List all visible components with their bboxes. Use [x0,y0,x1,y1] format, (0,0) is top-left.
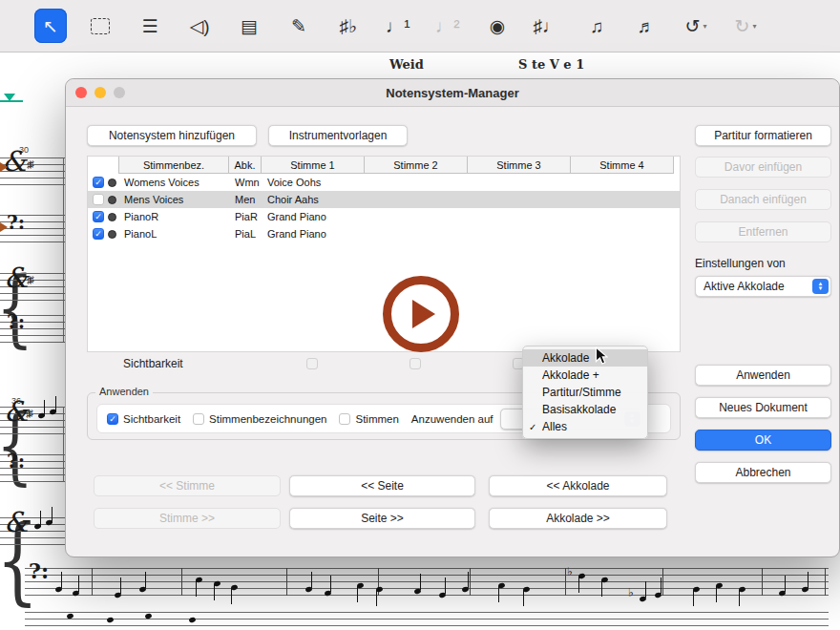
ok-button[interactable]: OK [695,430,831,451]
col-header-stimme3[interactable]: Stimme 3 [468,157,571,174]
treble-clef-icon: & [4,264,29,292]
bass-clef-icon: ?: [7,213,25,232]
visibility-checkbox-stimme2[interactable] [410,358,421,369]
table-row[interactable]: PianoR PiaR Grand Piano [88,208,680,225]
apply-button[interactable]: Anwenden [695,365,831,386]
menu-item-label: Basisakkolade [542,403,616,416]
note-glyph [40,511,41,527]
menu-item-akkolade-plus[interactable]: ✓Akkolade + [523,367,647,384]
note-glyph [376,590,377,606]
row-visibility-checkbox[interactable] [93,228,104,240]
page-prev-button[interactable]: << Seite [289,475,475,496]
menu-item-basisakkolade[interactable]: ✓Basisakkolade [523,401,647,418]
row-stimme1[interactable]: Grand Piano [262,228,365,240]
apply-group-label: Anwenden [95,386,153,397]
pitch-tool[interactable]: ♯♩ [531,9,563,43]
table-row[interactable]: Mens Voices Men Choir Aahs [88,191,680,208]
flag-notes-tool[interactable]: ♬ [630,9,662,43]
speaker-tool[interactable]: ◁) [183,9,216,43]
row-abbr[interactable]: PiaR [229,211,262,222]
col-header-stimme4[interactable]: Stimme 4 [571,157,674,174]
voice-prev-button[interactable]: << Stimme [94,475,281,496]
note-glyph [44,400,45,416]
accidentals-tool[interactable]: ♯♭ [332,9,365,43]
menu-item-alles[interactable]: ✓Alles [523,418,647,435]
instrument-templates-button[interactable]: Instrumentvorlagen [268,125,408,146]
row-stimme1[interactable]: Grand Piano [262,211,365,222]
menu-item-label: Akkolade + [542,368,599,382]
row-name[interactable]: PianoR [118,211,229,222]
barline-glyph [662,568,663,596]
dialog-titlebar[interactable]: Notensystem-Manager [66,79,839,107]
col-header-stimme1[interactable]: Stimme 1 [262,157,365,174]
apply-names-checkbox[interactable] [193,413,204,425]
eye-tool[interactable]: ◉ [481,9,514,43]
menu-item-partitur-stimme[interactable]: ✓Partitur/Stimme [523,384,647,401]
play-icon [412,300,435,328]
table-row[interactable]: PianoL PiaL Grand Piano [88,225,680,242]
row-controls [88,194,118,205]
apply-visibility-label: Sichtbarkeit [123,413,180,425]
row-visibility-checkbox[interactable] [93,194,104,205]
insert-before-button[interactable]: Davor einfügen [695,157,831,178]
score-bottom: ?: ♭♭ [0,558,840,630]
undo-button[interactable]: ↺▾ [680,9,712,43]
row-stimme1[interactable]: Choir Aahs [262,194,365,205]
row-abbr[interactable]: PiaL [229,228,262,240]
redo-button[interactable]: ↻▾ [729,9,762,43]
col-header-stimmenbez[interactable]: Stimmenbez. [118,157,229,174]
gif-play-overlay[interactable] [383,276,459,352]
insert-after-button[interactable]: Danach einfügen [695,189,831,210]
marquee-tool[interactable] [84,9,116,43]
row-name[interactable]: PianoL [118,228,229,240]
row-abbr[interactable]: Men [229,194,262,205]
settings-of-label: Einstellungen von [695,257,786,270]
add-staff-button[interactable]: Notensystem hinzufügen [87,125,257,146]
row-visibility-checkbox[interactable] [93,211,104,222]
apply-names-label: Stimmenbezeichnungen [209,413,326,425]
note-glyph [420,574,421,590]
voice-2-tool[interactable]: ♩² [431,9,464,43]
barline-glyph [470,568,471,596]
staff-dot-icon [108,196,116,204]
text-tool[interactable]: ✎ [283,9,315,43]
note-glyph [739,590,740,606]
page-next-button[interactable]: Seite >> [289,508,475,529]
mixer-tool[interactable]: ☰ [134,9,166,43]
note-glyph [661,578,662,594]
barline-glyph [286,568,287,596]
remove-button[interactable]: Entfernen [695,221,831,242]
row-visibility-checkbox[interactable] [93,177,104,188]
barline-glyph [762,568,763,596]
visibility-checkbox-stimme1[interactable] [306,358,318,369]
table-row[interactable]: Womens Voices Wmn Voice Oohs [88,174,680,191]
selection-tool[interactable]: ↖ [34,9,67,43]
menu-item-label: Akkolade [542,351,589,365]
voice-next-button[interactable]: Stimme >> [94,508,281,529]
speaker-icon: ◁) [190,17,210,35]
menu-item-akkolade[interactable]: ✓Akkolade [523,349,647,367]
col-header-stimme2[interactable]: Stimme 2 [365,157,468,174]
new-document-button[interactable]: Neues Dokument [695,397,831,418]
system-prev-button[interactable]: << Akkolade [489,475,667,496]
staff-marker-icon [0,222,8,232]
note-glyph [231,588,232,604]
note-glyph [145,572,146,588]
bass-clef-icon: ?: [7,452,25,471]
system-next-button[interactable]: Akkolade >> [489,508,667,529]
row-name[interactable]: Mens Voices [118,194,229,205]
voice-1-tool[interactable]: ♩¹ [382,9,414,43]
note-glyph [523,590,524,606]
settings-scope-select[interactable]: Aktive Akkolade ▲▼ [695,276,831,297]
row-abbr[interactable]: Wmn [229,177,262,188]
apply-visibility-checkbox[interactable] [107,413,118,425]
cancel-button[interactable]: Abbrechen [695,462,831,483]
apply-voices-checkbox[interactable] [339,413,350,425]
staff-list-tool[interactable]: ▤ [233,9,265,43]
row-name[interactable]: Womens Voices [118,177,229,188]
format-score-button[interactable]: Partitur formatieren [695,125,831,146]
menu-item-label: Partitur/Stimme [542,386,621,399]
col-header-abk[interactable]: Abk. [229,157,262,174]
row-stimme1[interactable]: Voice Oohs [262,177,365,188]
notes-tool[interactable]: ♫ [580,9,613,43]
